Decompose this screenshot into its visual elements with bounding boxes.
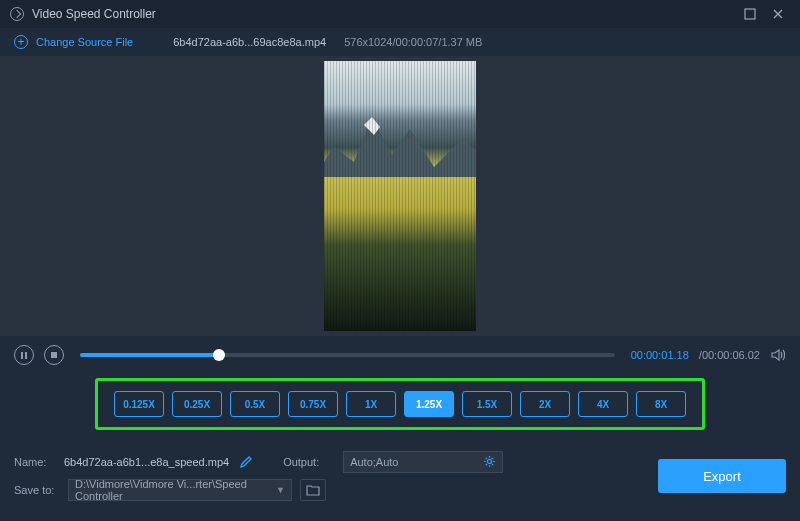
speed-0-125x[interactable]: 0.125X [114, 391, 164, 417]
speed-0-75x[interactable]: 0.75X [288, 391, 338, 417]
total-time: /00:00:06.02 [699, 349, 760, 361]
gear-icon[interactable] [483, 455, 496, 470]
speed-0-25x[interactable]: 0.25X [172, 391, 222, 417]
row-name: Name: 6b4d72aa-a6b1...e8a_speed.mp4 Outp… [14, 448, 658, 476]
title-bar: Video Speed Controller [0, 0, 800, 28]
name-value: 6b4d72aa-a6b1...e8a_speed.mp4 [64, 456, 229, 468]
timeline-knob[interactable] [213, 349, 225, 361]
svg-rect-0 [745, 9, 755, 19]
current-time: 00:00:01.18 [631, 349, 689, 361]
source-metadata: 576x1024/00:00:07/1.37 MB [344, 36, 482, 48]
timeline-slider[interactable] [80, 353, 615, 357]
timeline-fill [80, 353, 219, 357]
minimize-button[interactable] [738, 4, 762, 24]
export-button[interactable]: Export [658, 459, 786, 493]
pause-button[interactable] [14, 345, 34, 365]
name-label: Name: [14, 456, 64, 468]
speed-4x[interactable]: 4X [578, 391, 628, 417]
speed-1x[interactable]: 1X [346, 391, 396, 417]
save-path-select[interactable]: D:\Vidmore\Vidmore Vi...rter\Speed Contr… [68, 479, 292, 501]
source-bar: + Change Source File 6b4d72aa-a6b...69ac… [0, 28, 800, 56]
source-filename: 6b4d72aa-a6b...69ac8e8a.mp4 [173, 36, 326, 48]
row-save: Save to: D:\Vidmore\Vidmore Vi...rter\Sp… [14, 476, 658, 504]
speed-controls-wrap: 0.125X 0.25X 0.5X 0.75X 1X 1.25X 1.5X 2X… [0, 374, 800, 440]
close-button[interactable] [766, 4, 790, 24]
output-value: Auto;Auto [350, 456, 398, 468]
window-title: Video Speed Controller [32, 7, 156, 21]
speed-0-5x[interactable]: 0.5X [230, 391, 280, 417]
open-folder-button[interactable] [300, 479, 326, 501]
speed-2x[interactable]: 2X [520, 391, 570, 417]
speed-8x[interactable]: 8X [636, 391, 686, 417]
save-path-value: D:\Vidmore\Vidmore Vi...rter\Speed Contr… [75, 478, 276, 502]
output-select[interactable]: Auto;Auto [343, 451, 503, 473]
playback-row: 00:00:01.18/00:00:06.02 [0, 336, 800, 374]
stop-button[interactable] [44, 345, 64, 365]
pause-icon [21, 352, 27, 359]
speed-1-25x[interactable]: 1.25X [404, 391, 454, 417]
rename-button[interactable] [239, 455, 253, 469]
video-preview[interactable] [324, 61, 476, 331]
footer: Name: 6b4d72aa-a6b1...e8a_speed.mp4 Outp… [0, 440, 800, 512]
plus-circle-icon: + [14, 35, 28, 49]
save-label: Save to: [14, 484, 64, 496]
volume-button[interactable] [770, 347, 786, 363]
output-label: Output: [283, 456, 333, 468]
svg-point-3 [488, 459, 492, 463]
app-logo-icon [10, 7, 24, 21]
speed-1-5x[interactable]: 1.5X [462, 391, 512, 417]
change-source-label: Change Source File [36, 36, 133, 48]
speed-controls-highlight: 0.125X 0.25X 0.5X 0.75X 1X 1.25X 1.5X 2X… [95, 378, 705, 430]
change-source-button[interactable]: + Change Source File [14, 35, 133, 49]
video-preview-area [0, 56, 800, 336]
stop-icon [51, 352, 57, 358]
chevron-down-icon: ▼ [276, 485, 285, 495]
